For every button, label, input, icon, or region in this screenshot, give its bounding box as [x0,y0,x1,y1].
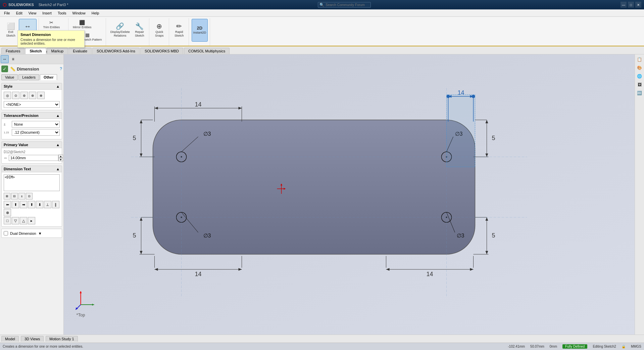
panel-header: ✓ 📏 Dimension ? [1,65,62,72]
creates-text: Creates a dimension for one or more sele… [3,345,83,348]
tolerance-dropdown[interactable]: None Bilateral Symmetric [12,121,60,128]
tab-sketch[interactable]: Sketch [25,48,46,54]
tab-mbd[interactable]: SOLIDWORKS MBD [140,48,183,54]
primary-value-label: Primary Value [4,143,28,147]
style-btn-2[interactable]: ⊙ [12,92,19,99]
trim-entities-button[interactable]: ✂ Trim Entities [42,19,62,31]
search-input[interactable] [326,3,369,7]
mirror-entities-button[interactable]: ⬛ Mirror Entities [71,19,93,31]
tab-other[interactable]: Other [40,74,57,80]
dim-text-area[interactable]: <DIM> [4,174,60,191]
align-right[interactable]: ➡ [20,201,27,208]
align-top[interactable]: ⬆ [28,201,35,208]
primary-value-input[interactable] [9,155,58,161]
unit-label: MMGS [631,345,641,348]
search-area[interactable]: 🔍 [318,2,371,8]
tab-evaluate[interactable]: Evaluate [68,48,92,54]
view-palette-btn[interactable]: 📋 [636,56,643,63]
style-btn-1[interactable]: ◎ [4,92,11,99]
precision-icon: 1.23 [4,131,10,134]
align-box[interactable]: □ [4,217,11,224]
main-layout: ↔ ≡ ✓ 📏 Dimension ? Value Leaders Other [0,54,644,335]
tab-leaders[interactable]: Leaders [18,74,39,80]
panel-title: 📏 Dimension [10,67,39,72]
align-perpendicular[interactable]: ⊥ [44,201,51,208]
appearance-btn[interactable]: 🎨 [636,64,643,72]
style-btn-5[interactable]: ⊕ [37,92,45,99]
tolerance-collapse-icon: ▲ [56,114,60,118]
custom-prop-btn[interactable]: 🔤 [636,89,643,97]
tolerance-section-header[interactable]: Tolerance/Precision ▲ [2,113,62,119]
menu-help[interactable]: Help [89,10,102,16]
svg-text:∅3: ∅3 [457,233,464,238]
bt-tab-motion[interactable]: Motion Study 1 [46,336,78,342]
coord-x: -102.41mm [508,345,525,348]
primary-value-input-row: ↔ ▲ ▼ [4,155,60,161]
dual-dim-content: Dual Dimension ▼ [2,229,62,237]
svg-text:∅3: ∅3 [203,233,211,238]
align-tri-dn[interactable]: ▽ [12,217,19,224]
svg-text:5: 5 [133,135,136,141]
align-center[interactable]: ⬆ [12,201,19,208]
tab-addins[interactable]: SOLIDWORKS Add-Ins [92,48,140,54]
display-delete-button[interactable]: 🔗 Display/DeleteRelations [109,19,132,42]
dt-btn-1[interactable]: ⊞ [4,193,10,200]
menu-insert[interactable]: Insert [40,10,54,16]
menu-file[interactable]: File [1,10,13,16]
tab-features[interactable]: Features [1,48,24,54]
precision-dropdown[interactable]: .12 (Document) .1 .123 [12,129,60,136]
tab-comsol[interactable]: COMSOL Multiphysics [184,48,230,54]
primary-value-collapse: ▲ [56,143,60,147]
bt-tab-3dviews[interactable]: 3D Views [21,336,44,342]
rapid-sketch-button[interactable]: ✏ RapidSketch [172,19,187,42]
tab-markup[interactable]: Markup [47,48,68,54]
svg-text:∅3: ∅3 [203,131,211,137]
maximize-button[interactable]: □ [628,2,634,8]
decals-btn[interactable]: 🖼 [636,81,643,88]
align-symbol2[interactable]: ⊗ [4,209,11,216]
align-parallel[interactable]: ∥ [52,201,59,208]
property-icon-btn[interactable]: ≡ [9,55,17,63]
scene-btn[interactable]: 🌐 [636,73,643,80]
menu-view[interactable]: View [26,10,39,16]
style-dropdown[interactable]: <NONE> Default [4,101,60,108]
align-bottom[interactable]: ⬇ [36,201,43,208]
dt-btn-tolerance[interactable]: ± [18,193,25,200]
pv-down-button[interactable]: ▼ [58,158,63,161]
dt-btn-2[interactable]: ⊟ [11,193,18,200]
minimize-button[interactable]: — [621,2,627,8]
trim-icon: ✂ [49,20,53,25]
canvas-area[interactable]: 14 14 5 5 [64,54,635,335]
menu-window[interactable]: Window [70,10,88,16]
align-tri-up[interactable]: △ [20,217,27,224]
field-name: D12@Sketch2 [4,150,60,154]
dt-btn-symbol[interactable]: Ω [26,193,33,200]
tolerance-section: Tolerance/Precision ▲ ± None Bilateral S… [1,112,62,139]
close-button[interactable]: ✕ [635,2,641,8]
primary-value-header[interactable]: Primary Value ▲ [2,142,62,148]
tab-value[interactable]: Value [1,74,18,80]
style-section-header[interactable]: Style ▲ [2,83,62,90]
exit-sketch-button[interactable]: ⬜ ExitSketch [3,19,18,42]
accept-button[interactable]: ✓ [1,65,8,72]
bt-tab-model[interactable]: Model [1,336,19,342]
quick-snaps-button[interactable]: ⊕ QuickSnaps [152,19,167,42]
ribbon-group-rapid: ✏ RapidSketch [170,18,189,46]
dim-text-header[interactable]: Dimension Text ▲ [2,166,62,172]
svg-text:14: 14 [195,101,201,108]
style-btn-4[interactable]: ⊛ [29,92,36,99]
align-left[interactable]: ⬅ [4,201,11,208]
pv-up-button[interactable]: ▲ [58,155,63,158]
align-arrow[interactable]: ▸ [28,217,35,224]
dual-dimension-checkbox[interactable] [4,231,8,235]
ribbon-row-display: 🔗 Display/DeleteRelations 🔧 RepairSketch [109,19,147,42]
help-button[interactable]: ? [60,67,62,71]
instant2d-button[interactable]: 2D Instant2D [192,19,208,42]
rapid-icon: ✏ [176,23,182,30]
menu-tools[interactable]: Tools [55,10,69,16]
exit-sketch-label: ExitSketch [6,30,15,38]
style-btn-3[interactable]: ⊚ [20,92,28,99]
menu-edit[interactable]: Edit [13,10,25,16]
dimension-icon-btn[interactable]: ↔ [1,55,9,63]
repair-sketch-button[interactable]: 🔧 RepairSketch [132,19,147,42]
